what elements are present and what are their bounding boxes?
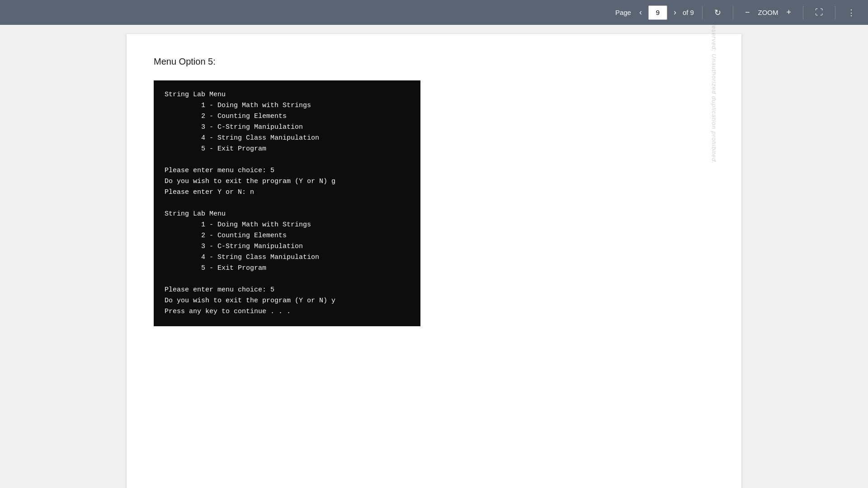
- next-page-button[interactable]: ›: [670, 6, 680, 19]
- divider-3: [803, 6, 803, 19]
- divider-2: [733, 6, 733, 19]
- page-number-input[interactable]: [648, 5, 667, 20]
- total-pages-label: of 9: [683, 9, 694, 16]
- refresh-button[interactable]: ↻: [711, 6, 725, 19]
- page-document: Menu Option 5: String Lab Menu 1 - Doing…: [127, 34, 741, 488]
- page-label: Page: [615, 9, 631, 16]
- zoom-in-button[interactable]: +: [783, 6, 795, 19]
- zoom-out-button[interactable]: −: [741, 6, 754, 19]
- toolbar: Page ‹ › of 9 ↻ − ZOOM + ⛶ ⋮: [0, 0, 868, 25]
- watermark: All rights reserved; Unauthorized duplic…: [711, 25, 718, 164]
- terminal-block: String Lab Menu 1 - Doing Math with Stri…: [154, 80, 420, 326]
- zoom-label: ZOOM: [758, 9, 778, 16]
- prev-page-button[interactable]: ‹: [636, 6, 646, 19]
- menu-button[interactable]: ⋮: [844, 6, 859, 19]
- content-area: Menu Option 5: String Lab Menu 1 - Doing…: [0, 25, 868, 488]
- divider-1: [702, 6, 703, 19]
- page-navigation-group: Page ‹ › of 9: [615, 5, 694, 20]
- section-title: Menu Option 5:: [154, 56, 714, 67]
- divider-4: [835, 6, 835, 19]
- fullscreen-button[interactable]: ⛶: [811, 6, 827, 19]
